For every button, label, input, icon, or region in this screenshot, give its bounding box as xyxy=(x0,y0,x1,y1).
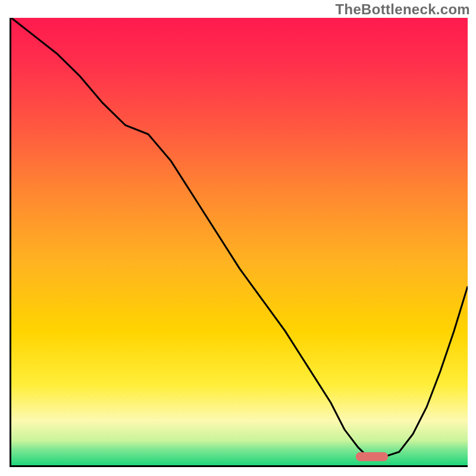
chart-stage: TheBottleneck.com xyxy=(0,0,476,476)
watermark-label: TheBottleneck.com xyxy=(336,1,470,18)
gradient-background xyxy=(11,18,468,465)
chart-svg xyxy=(11,18,468,465)
optimal-range-marker xyxy=(356,452,388,461)
